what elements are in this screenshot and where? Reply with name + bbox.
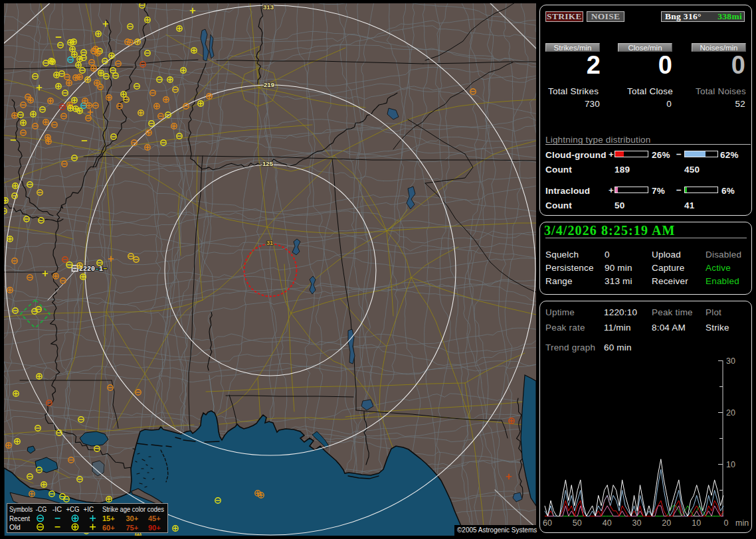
svg-text:min: min <box>735 518 749 528</box>
svg-text:40: 40 <box>603 518 612 528</box>
svg-text:2220-1−: 2220-1− <box>79 266 107 273</box>
svg-text:20: 20 <box>662 518 671 528</box>
svg-text:Symbols: Symbols <box>9 505 33 513</box>
svg-text:15+: 15+ <box>102 514 115 522</box>
svg-text:+CG: +CG <box>66 505 79 513</box>
svg-text:0: 0 <box>724 518 729 528</box>
svg-text:125: 125 <box>262 160 274 167</box>
svg-text:-CG: -CG <box>36 505 47 513</box>
svg-text:-IC: -IC <box>52 505 62 513</box>
svg-text:10: 10 <box>692 518 701 528</box>
svg-text:313: 313 <box>263 3 274 11</box>
svg-text:219: 219 <box>264 81 274 88</box>
svg-text:30: 30 <box>632 518 642 528</box>
svg-text:Recent: Recent <box>9 514 30 522</box>
svg-text:30: 30 <box>726 356 735 366</box>
svg-text:+IC: +IC <box>84 505 94 513</box>
svg-text:75+: 75+ <box>126 524 139 532</box>
svg-text:50: 50 <box>573 518 582 528</box>
svg-text:30+: 30+ <box>126 514 139 522</box>
svg-text:20: 20 <box>726 408 735 418</box>
svg-text:60: 60 <box>543 518 552 528</box>
svg-text:90+: 90+ <box>148 524 161 532</box>
svg-text:60+: 60+ <box>102 524 115 532</box>
svg-text:31: 31 <box>266 240 273 246</box>
svg-text:Old: Old <box>9 523 21 531</box>
svg-text:Strike age color codes: Strike age color codes <box>102 505 165 513</box>
svg-text:45+: 45+ <box>148 514 161 522</box>
svg-text:10: 10 <box>726 460 735 469</box>
